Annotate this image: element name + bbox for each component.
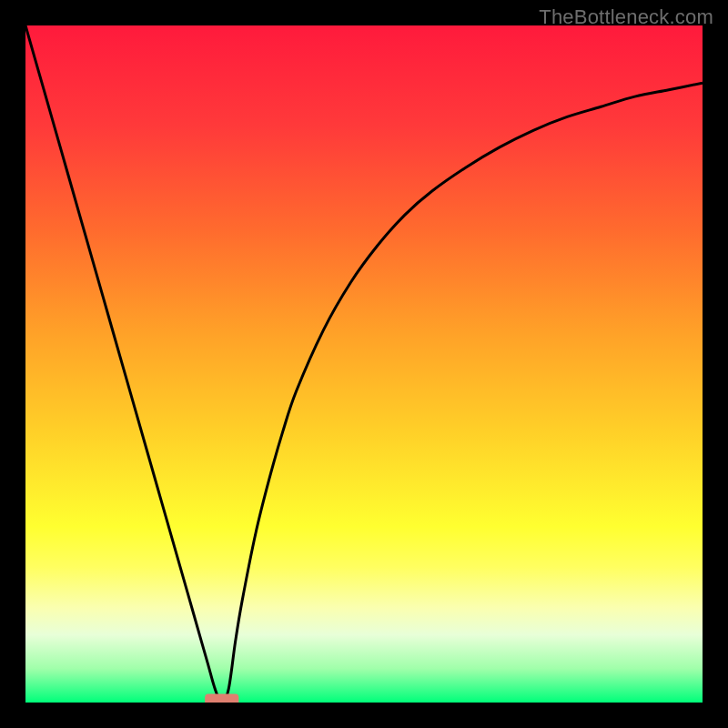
gradient-background: [25, 25, 703, 703]
chart-frame: [25, 25, 703, 703]
min-marker-icon: [205, 694, 238, 703]
bottleneck-chart: [25, 25, 703, 703]
